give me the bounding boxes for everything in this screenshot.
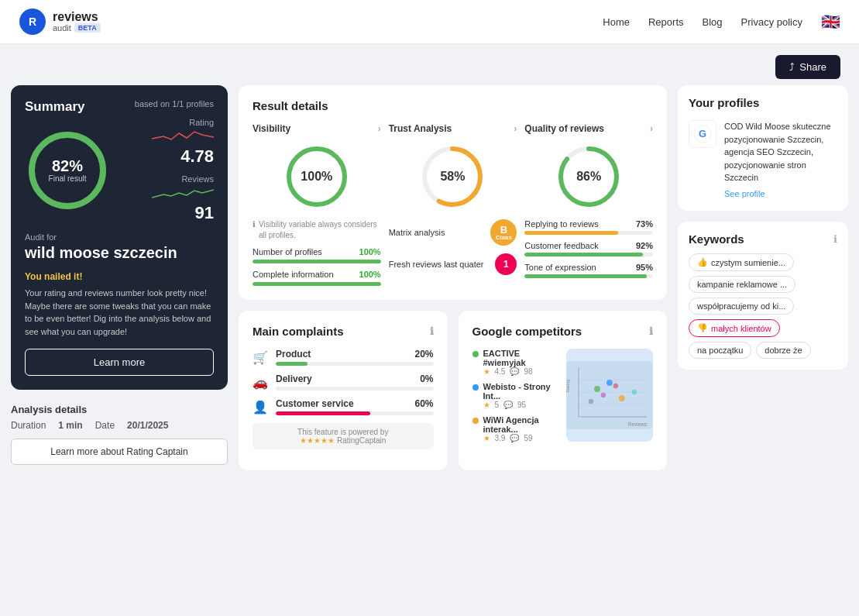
complete-info-bar <box>253 282 381 286</box>
quality-arrow[interactable]: › <box>650 123 653 134</box>
competitors-layout: EACTIVE #wiemyjak ★ 4.5 💬 98 <box>472 349 654 456</box>
main-nav: Home Reports Blog Privacy policy 🇬🇧 <box>603 12 840 31</box>
competitors-card: Google competitors ℹ EACTIVE #wiemyjak ★… <box>459 311 668 470</box>
trust-gauge: 58% <box>417 142 487 212</box>
keywords-card: Keywords ℹ 👍 czystym sumienie... kampani… <box>678 222 848 370</box>
svg-point-19 <box>601 393 606 397</box>
based-on: based on 1/1 profiles <box>135 99 214 108</box>
profiles-scroll[interactable]: G COD Wild Moose skuteczne pozycjonowani… <box>689 120 837 200</box>
bottom-row: Main complaints ℹ 🛒 Product 20% <box>239 311 667 470</box>
complaints-info-icon: ℹ <box>430 325 434 337</box>
analysis-details: Analysis details Duration 1 min Date 20/… <box>11 404 228 465</box>
final-label: Final result <box>49 174 87 184</box>
keywords-title: Keywords <box>689 232 744 246</box>
rating-value: 4.78 <box>121 146 214 167</box>
summary-card: Summary based on 1/1 profiles 82% Final … <box>11 85 228 390</box>
header: R reviews audit BETA Home Reports Blog P… <box>0 0 859 44</box>
competitors-list: EACTIVE #wiemyjak ★ 4.5 💬 98 <box>472 349 559 449</box>
audit-name: wild moose szczecin <box>25 243 214 262</box>
svg-text:Rating: Rating <box>566 380 570 392</box>
analysis-row: Duration 1 min Date 20/1/2025 <box>11 420 228 431</box>
quality-label: Quality of reviews <box>524 123 604 134</box>
fresh-row: Fresh reviews last quater 1 <box>389 253 517 275</box>
audit-for-label: Audit for <box>25 232 214 242</box>
keyword-tags: 👍 czystym sumienie... kampanie reklamowe… <box>689 253 837 359</box>
trust-section: Trust Analysis › 58% Matrix analysis <box>389 123 517 286</box>
svg-point-18 <box>619 395 625 401</box>
beta-badge: BETA <box>74 23 101 33</box>
reviews-sparkline <box>152 184 214 201</box>
trust-percent: 58% <box>440 170 465 184</box>
google-logo: G <box>689 120 716 148</box>
share-button[interactable]: ⤴ Share <box>775 55 840 79</box>
result-grid: Visibility › 100% ℹ Visibility variable … <box>253 123 653 286</box>
replying-bar <box>524 231 653 235</box>
nav-reports[interactable]: Reports <box>648 16 684 28</box>
rating-label: Rating <box>121 118 214 127</box>
svg-text:Reviews: Reviews <box>628 422 647 427</box>
replying-row: Replying to reviews 73% <box>524 219 653 235</box>
rating-sparkline <box>152 127 214 144</box>
logo-icon: R <box>19 8 46 36</box>
visibility-label: Visibility <box>253 123 290 134</box>
keyword-tag-0[interactable]: 👍 czystym sumienie... <box>689 253 794 271</box>
quality-percent: 86% <box>576 170 601 184</box>
logo-title: reviews <box>53 11 101 23</box>
svg-point-22 <box>589 399 593 404</box>
svg-point-17 <box>606 380 613 386</box>
reviews-value: 91 <box>121 203 214 223</box>
complaints-card: Main complaints ℹ 🛒 Product 20% <box>239 311 448 470</box>
nav-privacy[interactable]: Privacy policy <box>741 16 802 28</box>
logo-subtitle: audit BETA <box>53 23 101 33</box>
learn-more-rating-captain-button[interactable]: Learn more about Rating Captain <box>11 439 228 465</box>
keyword-tag-4[interactable]: na początku <box>689 342 751 359</box>
main-content: Summary based on 1/1 profiles 82% Final … <box>0 85 859 481</box>
final-score-donut: 82% Final result <box>25 128 110 213</box>
keyword-tag-2[interactable]: współpracujemy od ki... <box>689 298 794 315</box>
trust-arrow[interactable]: › <box>514 123 517 134</box>
svg-text:R: R <box>29 15 36 28</box>
logo-text: reviews audit BETA <box>53 11 101 33</box>
like-icon: 👍 <box>697 257 708 267</box>
analysis-title: Analysis details <box>11 404 228 415</box>
see-profile-link[interactable]: See profile <box>724 188 837 201</box>
nailed-desc: Your rating and reviews number look pret… <box>25 287 214 338</box>
profiles-title: Your profiles <box>689 96 837 109</box>
service-bar <box>276 411 434 415</box>
center-column: Result details Visibility › 100% <box>239 85 667 470</box>
left-column: Summary based on 1/1 profiles 82% Final … <box>11 85 228 470</box>
competitors-chart: Reviews Rating <box>566 349 653 442</box>
final-percent: 82% <box>49 157 87 174</box>
dislike-icon: 👎 <box>697 323 708 333</box>
feedback-bar <box>524 253 653 256</box>
keywords-info-icon: ℹ <box>833 233 837 245</box>
complaints-title: Main complaints ℹ <box>253 325 434 338</box>
reviews-row: Reviews 91 <box>121 174 214 223</box>
visibility-arrow[interactable]: › <box>378 123 381 134</box>
learn-more-button[interactable]: Learn more <box>25 349 214 376</box>
feedback-row: Customer feedback 92% <box>524 241 653 256</box>
profiles-count-row: Number of profiles 100% <box>253 247 381 256</box>
flag-icon: 🇬🇧 <box>821 12 840 31</box>
duration-value: 1 min <box>58 420 82 431</box>
duration-label: Duration <box>11 420 46 431</box>
complete-info-row: Complete information 100% <box>253 270 381 279</box>
keyword-tag-1[interactable]: kampanie reklamowe ... <box>689 276 795 293</box>
summary-title: Summary <box>25 99 84 115</box>
nav-blog[interactable]: Blog <box>703 16 723 28</box>
visibility-section: Visibility › 100% ℹ Visibility variable … <box>253 123 381 286</box>
profile-item: G COD Wild Moose skuteczne pozycjonowani… <box>689 120 837 200</box>
keyword-tag-3[interactable]: 👎 małych klientów <box>689 319 780 337</box>
reviews-label: Reviews <box>121 174 214 184</box>
nav-home[interactable]: Home <box>603 16 630 28</box>
product-bar <box>276 362 434 366</box>
visibility-note: ℹ Visibility variable always considers a… <box>253 219 381 241</box>
comp-dot-1 <box>472 351 479 357</box>
visibility-percent: 100% <box>301 170 332 184</box>
quality-gauge: 86% <box>554 142 624 212</box>
service-icon: 👤 <box>253 400 268 415</box>
nailed-label: You nailed it! <box>25 271 214 282</box>
tone-row: Tone of expression 95% <box>524 263 653 278</box>
keyword-tag-5[interactable]: dobrze że <box>756 342 810 359</box>
svg-point-21 <box>632 390 637 394</box>
